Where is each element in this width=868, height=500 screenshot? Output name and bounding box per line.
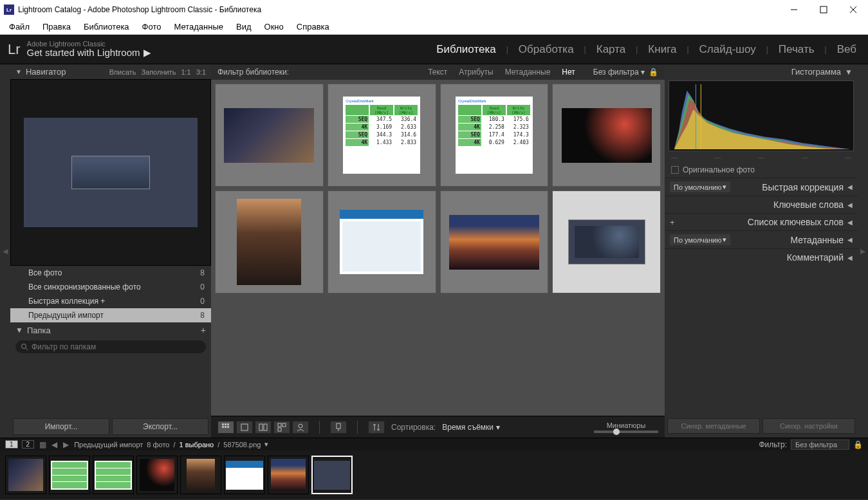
view-loupe-button[interactable] — [236, 421, 253, 434]
grid-cell[interactable] — [328, 190, 436, 293]
folder-search-input[interactable] — [32, 342, 201, 351]
original-checkbox[interactable] — [671, 166, 679, 174]
menu-help[interactable]: Справка — [291, 21, 335, 33]
catalog-all-photos[interactable]: Все фото 8 — [10, 266, 211, 280]
thumbsize-slider[interactable] — [594, 431, 658, 433]
thumbnail — [562, 108, 652, 163]
histogram-title: Гистограмма — [670, 67, 841, 77]
module-print[interactable]: Печать — [775, 41, 818, 58]
getstarted-link[interactable]: Get started with Lightroom ▶ — [27, 48, 152, 59]
module-web[interactable]: Веб — [833, 41, 860, 58]
metadata-header[interactable]: По умолчанию ▾ Метаданные ◀ — [665, 230, 858, 248]
menu-metadata[interactable]: Метаданные — [169, 21, 228, 33]
menu-photo[interactable]: Фото — [137, 21, 167, 33]
module-develop[interactable]: Обработка — [515, 41, 578, 58]
sort-direction-button[interactable] — [368, 421, 385, 434]
menu-edit[interactable]: Правка — [37, 21, 76, 33]
grid-cell[interactable] — [215, 84, 324, 187]
nav-3to1[interactable]: 3:1 — [196, 68, 206, 76]
close-button[interactable] — [842, 2, 864, 17]
histogram[interactable] — [669, 80, 854, 151]
lock-icon[interactable]: 🔒 — [649, 68, 658, 77]
comments-header[interactable]: Комментарий ◀ — [665, 248, 858, 266]
export-button[interactable]: Экспорт... — [112, 418, 208, 435]
filmstrip-cell[interactable] — [268, 456, 309, 494]
module-slideshow[interactable]: Слайд-шоу — [696, 41, 760, 58]
chevron-down-icon[interactable]: ▾ — [264, 440, 268, 449]
filter-tab-none[interactable]: Нет — [559, 66, 577, 78]
filmstrip-cell[interactable] — [224, 456, 265, 494]
grid-view[interactable]: CrystalDiskMark Read [MB/s]Write [MB/s] … — [211, 80, 665, 416]
quick-develop-header[interactable]: По умолчанию ▾ Быстрая коррекция ◀ — [665, 178, 858, 196]
catalog-row-count: 0 — [200, 282, 205, 292]
view-people-button[interactable] — [292, 421, 309, 434]
filmstrip-cell[interactable] — [5, 456, 46, 494]
maximize-button[interactable] — [813, 2, 835, 17]
view-survey-button[interactable] — [273, 421, 290, 434]
view-grid-button[interactable] — [217, 421, 234, 434]
keywording-header[interactable]: Ключевые слова ◀ — [665, 196, 858, 213]
view-compare-button[interactable] — [255, 421, 272, 434]
filmstrip-cell[interactable] — [136, 456, 178, 494]
grid-cell[interactable] — [552, 84, 661, 187]
window-titlebar: Lr Lightroom Catalog - Adobe Photoshop L… — [0, 0, 868, 19]
right-panel-toggle[interactable]: ▶ — [858, 64, 868, 438]
left-panel-toggle[interactable]: ◀ — [0, 64, 10, 438]
grid-cell[interactable]: CrystalDiskMark Read [MB/s]Write [MB/s] … — [328, 84, 436, 187]
filmstrip-filter[interactable]: Без фильтра — [791, 440, 849, 450]
filename: 587508.png — [223, 441, 261, 449]
menu-view[interactable]: Вид — [231, 21, 257, 33]
sync-metadata-button[interactable]: Синхр. метаданные — [667, 418, 760, 434]
svg-point-18 — [299, 424, 302, 428]
slider-thumb[interactable] — [613, 429, 620, 435]
add-keyword-button[interactable]: + — [670, 218, 675, 227]
grid-cell[interactable]: CrystalDiskMark Read [MB/s]Write [MB/s] … — [440, 84, 549, 187]
sort-value[interactable]: Время съёмки▾ — [442, 423, 500, 432]
crumbs[interactable]: Предыдущий импорт — [74, 441, 143, 449]
monitor-2[interactable]: 2 — [22, 440, 35, 449]
filmstrip-cell[interactable] — [93, 456, 134, 494]
module-book[interactable]: Книга — [644, 41, 680, 58]
painter-tool[interactable] — [330, 421, 347, 434]
module-map[interactable]: Карта — [593, 41, 630, 58]
grid-cell[interactable] — [215, 190, 324, 293]
filter-tab-meta[interactable]: Метаданные — [503, 66, 553, 78]
nav-1to1[interactable]: 1:1 — [181, 68, 190, 76]
grid-icon[interactable]: ▦ — [38, 440, 47, 449]
menu-library[interactable]: Библиотека — [78, 21, 134, 33]
navigator-preview[interactable] — [10, 79, 211, 266]
folders-header[interactable]: ▼ Папка + — [10, 322, 211, 338]
menu-file[interactable]: Файл — [4, 21, 35, 33]
add-folder-button[interactable]: + — [201, 325, 206, 335]
module-library[interactable]: Библиотека — [432, 41, 499, 58]
nav-fit[interactable]: Вписать — [109, 68, 136, 76]
menu-window[interactable]: Окно — [259, 21, 289, 33]
filmstrip[interactable] — [0, 450, 868, 499]
minimize-button[interactable] — [783, 2, 805, 17]
catalog-all-synced[interactable]: Все синхронизированные фото 0 — [10, 280, 211, 294]
navigator-header[interactable]: ▼ Навигатор Вписать Заполнить 1:1 3:1 — [10, 64, 211, 79]
quick-develop-preset[interactable]: По умолчанию ▾ — [670, 181, 730, 192]
filter-preset[interactable]: Без фильтра ▾ — [593, 68, 645, 77]
catalog-quick-collection[interactable]: Быстрая коллекция + 0 — [10, 294, 211, 308]
grid-cell[interactable] — [440, 190, 549, 293]
grid-cell-selected[interactable] — [552, 190, 661, 293]
monitor-1[interactable]: 1 — [5, 440, 18, 449]
filmstrip-cell[interactable] — [49, 456, 90, 494]
sync-settings-button[interactable]: Синхр. настройки — [762, 418, 855, 434]
filter-tab-text[interactable]: Текст — [425, 66, 450, 78]
filter-tab-attr[interactable]: Атрибуты — [456, 66, 495, 78]
lock-icon[interactable]: 🔒 — [853, 440, 863, 449]
keyword-list-header[interactable]: + Список ключевых слов ◀ — [665, 213, 858, 230]
folder-search[interactable] — [15, 340, 206, 353]
nav-fill[interactable]: Заполнить — [141, 68, 176, 76]
next-icon[interactable]: ▶ — [61, 440, 70, 449]
prev-icon[interactable]: ◀ — [50, 440, 59, 449]
filmstrip-cell-selected[interactable] — [311, 456, 353, 494]
import-button[interactable]: Импорт... — [13, 418, 109, 435]
histogram-header[interactable]: Гистограмма ▼ — [665, 64, 858, 79]
metadata-preset[interactable]: По умолчанию ▾ — [670, 234, 730, 245]
window-title: Lightroom Catalog - Adobe Photoshop Ligh… — [18, 5, 261, 14]
filmstrip-cell[interactable] — [180, 456, 221, 494]
catalog-previous-import[interactable]: Предыдущий импорт 8 — [10, 308, 211, 322]
